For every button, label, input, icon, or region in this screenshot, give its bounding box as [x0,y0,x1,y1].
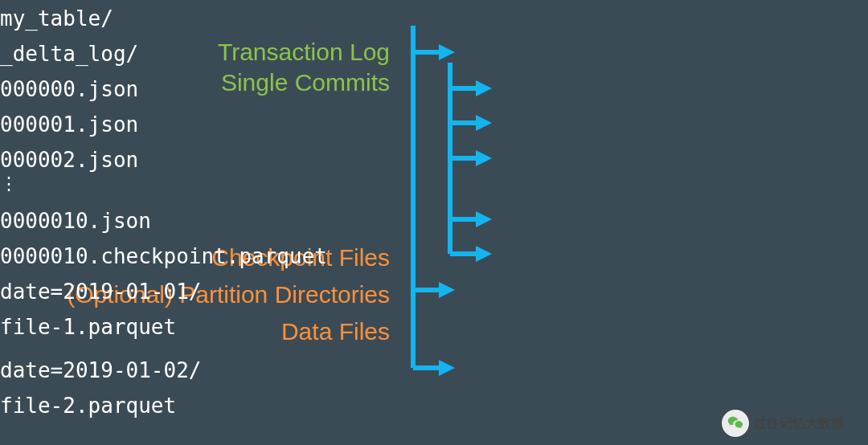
svg-marker-2 [439,360,455,376]
svg-marker-0 [439,44,455,60]
watermark: 过往记忆大数据 [722,410,844,437]
label-line: Transaction Log [218,39,390,65]
tree-file: file-2.parquet [0,394,176,418]
tree-checkpoint: 0000010.checkpoint.parquet [0,244,327,268]
svg-marker-6 [476,211,492,227]
wechat-icon [722,410,749,437]
svg-marker-3 [476,80,492,96]
svg-marker-7 [476,246,492,262]
svg-marker-4 [476,115,492,131]
tree-partition: date=2019-01-02/ [0,358,201,382]
svg-marker-5 [476,150,492,166]
diagram-stage: Transaction Log Single Commits Checkpoin… [0,0,868,445]
tree-delta-log: _delta_log/ [0,42,138,66]
label-line: Single Commits [221,69,390,96]
tree-root: my_table/ [0,6,113,31]
svg-marker-1 [439,282,455,298]
tree-partition: date=2019-01-01/ [0,280,201,304]
tree-file: file-1.parquet [0,315,176,339]
tree-commit: 000000.json [0,77,138,101]
tree-ellipsis: ⋮ [0,174,18,194]
tree-commit-last: 0000010.json [0,209,151,233]
watermark-text: 过往记忆大数据 [754,415,844,432]
tree-commit: 000001.json [0,112,138,137]
tree-commit: 000002.json [0,148,138,172]
